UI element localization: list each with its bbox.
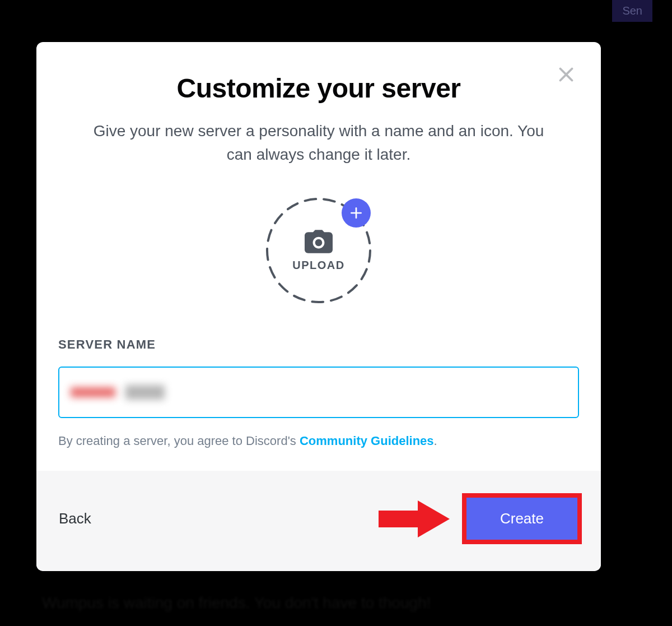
plus-icon bbox=[349, 206, 363, 220]
guidelines-prefix: By creating a server, you agree to Disco… bbox=[58, 434, 300, 448]
customize-server-modal: Customize your server Give your new serv… bbox=[36, 42, 601, 571]
modal-footer: Back Create bbox=[36, 471, 601, 571]
upload-area: UPLOAD bbox=[56, 197, 581, 304]
guidelines-text: By creating a server, you agree to Disco… bbox=[58, 434, 579, 448]
community-guidelines-link[interactable]: Community Guidelines bbox=[300, 434, 434, 448]
modal-content: Customize your server Give your new serv… bbox=[36, 42, 601, 471]
upload-server-icon[interactable]: UPLOAD bbox=[265, 197, 372, 304]
svg-marker-5 bbox=[379, 500, 450, 537]
guidelines-suffix: . bbox=[434, 434, 437, 448]
server-name-input[interactable] bbox=[58, 367, 579, 418]
modal-title: Customize your server bbox=[56, 73, 581, 104]
create-button[interactable]: Create bbox=[466, 498, 577, 540]
close-button[interactable] bbox=[555, 63, 577, 86]
form-section: SERVER NAME By creating a server, you ag… bbox=[56, 337, 581, 448]
server-name-input-container bbox=[58, 367, 579, 418]
server-name-label: SERVER NAME bbox=[58, 337, 579, 352]
plus-badge bbox=[342, 198, 371, 228]
footer-right: Create bbox=[379, 493, 582, 544]
send-button-partial: Sen bbox=[612, 0, 652, 22]
close-icon bbox=[556, 64, 576, 85]
annotation-highlight-box: Create bbox=[462, 493, 582, 544]
modal-subtitle: Give your new server a personality with … bbox=[86, 119, 551, 166]
annotation-arrow bbox=[379, 499, 450, 539]
back-button[interactable]: Back bbox=[59, 510, 91, 527]
background-hint-text: Wumpus is waiting on friends. You don't … bbox=[42, 594, 431, 612]
